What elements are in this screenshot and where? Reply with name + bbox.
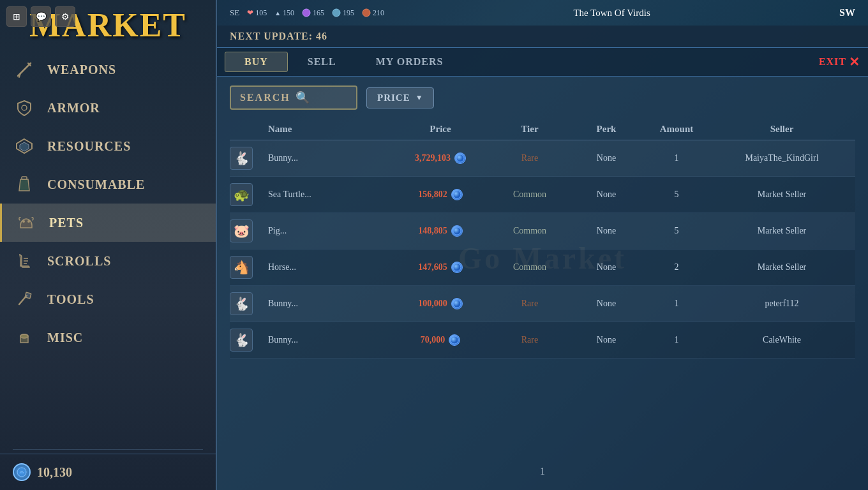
sidebar-item-misc[interactable]: MISC: [0, 318, 216, 357]
cell-icon: 🐇: [230, 144, 262, 172]
tab-buy[interactable]: BUY: [225, 52, 288, 72]
search-label: SEARCH: [240, 92, 290, 103]
top-hud: SE ❤ 105 ▲ 150 165 195 210 The Town Of V…: [217, 0, 868, 26]
svg-point-22: [453, 264, 461, 271]
armor-icon: [13, 96, 36, 119]
svg-marker-5: [20, 142, 29, 151]
tab-my-orders[interactable]: MY ORDERS: [356, 52, 463, 72]
exit-label: EXIT: [819, 56, 846, 68]
cell-price: 100,000: [389, 295, 491, 312]
cell-price: 156,802: [389, 186, 491, 203]
svg-point-7: [22, 220, 25, 223]
cell-amount: 5: [645, 223, 708, 239]
col-tier: Tier: [491, 124, 568, 135]
search-box[interactable]: SEARCH 🔍: [230, 85, 357, 110]
coin-icon: [449, 334, 460, 346]
page-number: 1: [540, 466, 545, 477]
cell-name: Sea Turtle...: [262, 187, 389, 202]
exit-x-icon: ✕: [849, 54, 860, 70]
chat-icon-btn[interactable]: 💬: [31, 6, 51, 27]
cell-icon: 🐴: [230, 253, 262, 281]
cell-icon: 🐇: [230, 326, 262, 354]
table-row[interactable]: 🐢 Sea Turtle... 156,802 Common None 5: [230, 177, 855, 213]
hud-stat-3: 165: [302, 8, 324, 18]
svg-point-20: [453, 191, 461, 198]
wallet-icon: [13, 463, 31, 481]
col-amount: Amount: [645, 124, 708, 135]
sidebar-item-pets[interactable]: PETS: [0, 204, 216, 242]
roblox-icon-btn[interactable]: ⊞: [6, 6, 27, 27]
col-price: Price: [389, 124, 491, 135]
sidebar-item-weapons[interactable]: WEAPONS: [0, 50, 216, 89]
price-value: 3,729,103: [415, 153, 451, 163]
col-seller: Seller: [708, 124, 855, 135]
cell-tier: Common: [491, 260, 568, 275]
consumable-label: CONSUMABLE: [47, 177, 145, 192]
sidebar: ⊞ 💬 ⚙ MARKET WEAPONS ARMOR: [0, 0, 217, 490]
sidebar-item-tools[interactable]: TOOLS: [0, 280, 216, 318]
scrolls-label: SCROLLS: [47, 254, 111, 269]
sidebar-divider: [13, 449, 203, 450]
tools-label: TOOLS: [47, 292, 94, 307]
cell-perk: None: [568, 260, 645, 275]
search-area: SEARCH 🔍 PRICE ▼: [217, 77, 868, 119]
sidebar-top-icons: ⊞ 💬 ⚙: [6, 6, 75, 27]
table-row[interactable]: 🐇 Bunny... 100,000 Rare None 1 peterf: [230, 286, 855, 322]
item-icon: 🐇: [230, 329, 253, 352]
sidebar-item-resources[interactable]: RESOURCES: [0, 127, 216, 165]
hud-compass: SW: [839, 7, 855, 19]
tab-sell[interactable]: SELL: [288, 52, 356, 72]
exit-button[interactable]: EXIT ✕: [819, 54, 860, 70]
scrolls-icon: [13, 249, 36, 272]
cell-tier: Common: [491, 187, 568, 202]
cell-perk: None: [568, 187, 645, 202]
cell-icon: 🐇: [230, 290, 262, 318]
settings-icon-btn[interactable]: ⚙: [55, 6, 75, 27]
cell-name: Bunny...: [262, 296, 389, 311]
cell-amount: 1: [645, 151, 708, 166]
cell-name: Bunny...: [262, 151, 389, 166]
svg-point-8: [27, 220, 30, 223]
price-value: 70,000: [421, 335, 445, 345]
cell-seller: Market Seller: [708, 187, 855, 202]
hud-stats: SE ❤ 105 ▲ 150 165 195 210: [230, 8, 384, 18]
tools-icon: [13, 288, 36, 311]
cell-name: Bunny...: [262, 332, 389, 348]
table-row[interactable]: 🐷 Pig... 148,805 Common None 5 Market: [230, 213, 855, 249]
wallet: 10,130: [0, 454, 216, 490]
cell-seller: peterf112: [708, 296, 855, 311]
table-row[interactable]: 🐇 Bunny... 70,000 Rare None 1 CaleWhi: [230, 322, 855, 359]
sidebar-item-consumable[interactable]: CONSUMABLE: [0, 165, 216, 204]
sidebar-item-scrolls[interactable]: SCROLLS: [0, 242, 216, 280]
svg-point-17: [333, 9, 340, 17]
svg-rect-13: [25, 292, 31, 299]
cell-perk: None: [568, 332, 645, 348]
col-perk: Perk: [568, 124, 645, 135]
svg-point-19: [456, 154, 464, 162]
price-value: 100,000: [418, 299, 447, 309]
coin-icon: [451, 225, 463, 237]
sidebar-item-armor[interactable]: ARMOR: [0, 89, 216, 127]
cell-seller: MaiyaThe_KindGirl: [708, 151, 855, 166]
price-filter-button[interactable]: PRICE ▼: [366, 87, 434, 108]
misc-icon: [13, 326, 36, 349]
search-icon: 🔍: [296, 91, 310, 105]
table-row[interactable]: 🐇 Bunny... 3,729,103 Rare None 1 Maiy: [230, 140, 855, 177]
item-icon: 🐇: [230, 147, 253, 170]
col-name: Name: [262, 124, 389, 135]
weapons-icon: [13, 58, 36, 81]
svg-point-21: [453, 227, 461, 235]
cell-seller: CaleWhite: [708, 332, 855, 348]
svg-point-14: [20, 334, 28, 338]
cell-price: 148,805: [389, 223, 491, 239]
hud-direction: SE: [230, 8, 239, 18]
table-row[interactable]: 🐴 Horse... 147,605 Common None 2 Mark: [230, 249, 855, 286]
price-value: 148,805: [418, 226, 447, 236]
cell-tier: Rare: [491, 332, 568, 348]
item-icon: 🐷: [230, 219, 253, 242]
hud-stat-5: 210: [362, 8, 384, 18]
cell-amount: 5: [645, 187, 708, 202]
item-icon: 🐴: [230, 256, 253, 279]
hud-stat-2: ▲ 150: [274, 8, 294, 18]
svg-point-24: [451, 336, 458, 344]
